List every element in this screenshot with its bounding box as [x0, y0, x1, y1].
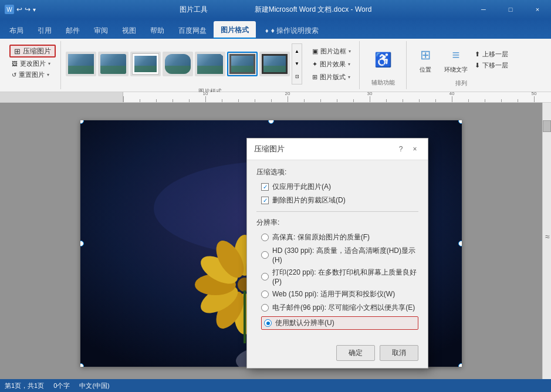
page-count: 第1页，共1页 — [5, 381, 44, 390]
radio-print-row: 打印(220 ppi): 在多数打印机和屏幕上质量良好(P) — [261, 268, 418, 286]
ribbon-section-auxiliary: ♿ 辅助功能 — [360, 41, 407, 89]
change-icon: 🖼 — [12, 60, 18, 67]
handle-middleright[interactable] — [458, 241, 462, 246]
delete-crop-row: 删除图片的剪裁区域(D) — [256, 195, 418, 205]
dialog-title-bar: 压缩图片 ? × — [247, 138, 428, 160]
scrollbar-thumb[interactable] — [543, 120, 551, 132]
tab-search[interactable]: ♦ ♦ 操作说明搜索 — [258, 22, 326, 39]
arrow-up-icon: ▲ — [295, 49, 299, 54]
tab-mail[interactable]: 邮件 — [59, 22, 87, 39]
handle-bottomright[interactable] — [458, 363, 462, 367]
word-icon: W — [5, 5, 14, 14]
tab-help[interactable]: 帮助 — [143, 22, 171, 39]
arrange-label: 排列 — [411, 77, 511, 87]
tab-reference[interactable]: 引用 — [31, 22, 59, 39]
tab-picture-format[interactable]: 图片格式 — [214, 21, 256, 39]
minimize-btn[interactable]: ─ — [470, 0, 497, 19]
dialog-footer: 确定 取消 — [247, 340, 428, 368]
resolution-radio-group: 高保真: 保留原始图片的质量(F) HD (330 ppi): 高质量，适合高清… — [256, 232, 418, 330]
window-title: 图片工具 新建Microsoft Word 文档.docx - Word — [180, 5, 372, 15]
tab-view[interactable]: 视图 — [115, 22, 143, 39]
picture-layout-btn[interactable]: ⊞ 图片版式 ▾ — [309, 72, 354, 83]
app-name: Word — [355, 5, 371, 13]
radio-hifi-label: 高保真: 保留原始图片的质量(F) — [272, 232, 370, 242]
style-thumb-4[interactable] — [163, 52, 193, 76]
dialog-close-btn[interactable]: × — [409, 143, 421, 155]
picture-border-btn[interactable]: ▣ 图片边框 ▾ — [309, 46, 354, 57]
undo-btn[interactable]: ↩ — [16, 5, 22, 13]
reset-icon: ↺ — [12, 72, 16, 78]
status-bar: 第1页，共1页 0个字 中文(中国) — [0, 379, 551, 392]
aux-icon: ♿ — [374, 52, 392, 68]
resolution-label: 分辨率: — [256, 218, 418, 228]
radio-default-label: 使用默认分辨率(U) — [275, 318, 334, 328]
border-icon: ▣ — [312, 48, 318, 55]
maximize-btn[interactable]: □ — [497, 0, 524, 19]
ribbon-tab-bar: 布局 引用 邮件 审阅 视图 帮助 百度网盘 图片格式 ♦ ♦ 操作说明搜索 — [0, 19, 551, 39]
style-thumb-1[interactable] — [66, 52, 96, 76]
radio-default[interactable] — [264, 319, 272, 327]
more-icon: ⊡ — [295, 74, 299, 79]
aux-buttons: ▣ 图片边框 ▾ ✦ 图片效果 ▾ ⊞ 图片版式 ▾ — [309, 46, 354, 83]
radio-email-label: 电子邮件(96 ppi): 尽可能缩小文档以便共享(E) — [272, 303, 415, 313]
radio-hd-label: HD (330 ppi): 高质量，适合高清晰度(HD)显示(H) — [272, 246, 418, 264]
chevron-icon2: ▾ — [47, 72, 49, 77]
style-thumb-2[interactable] — [98, 52, 129, 76]
reset-picture-btn[interactable]: ↺ 重置图片 ▾ — [9, 70, 52, 80]
title-bar: W ↩ ↪ ▾ 图片工具 新建Microsoft Word 文档.docx - … — [0, 0, 551, 19]
wrap-text-btn[interactable]: ≡ 环绕文字 — [442, 43, 470, 76]
position-icon: ⊞ — [416, 46, 435, 65]
tab-review[interactable]: 审阅 — [87, 22, 115, 39]
compression-options-label: 压缩选项: — [256, 167, 418, 177]
dialog-help-btn[interactable]: ? — [395, 143, 407, 155]
send-backward-btn[interactable]: ⬇ 下移一层 — [472, 60, 511, 70]
arrow-down-icon: ▼ — [295, 61, 299, 66]
quick-access-toolbar: W ↩ ↪ ▾ — [0, 5, 36, 14]
delete-crop-checkbox[interactable] — [261, 197, 269, 204]
dialog-title: 压缩图片 — [254, 144, 285, 154]
radio-print[interactable] — [261, 273, 269, 281]
vertical-scrollbar[interactable]: ≈ — [542, 103, 551, 380]
radio-hifi[interactable] — [261, 234, 269, 241]
window-controls: ─ □ × — [470, 0, 551, 19]
bring-forward-btn[interactable]: ⬆ 上移一层 — [472, 49, 511, 59]
redo-btn[interactable]: ↪ — [25, 5, 31, 13]
picture-effect-btn[interactable]: ✦ 图片效果 ▾ — [309, 59, 354, 70]
scroll-indicator-icon: ≈ — [545, 232, 550, 241]
position-btn[interactable]: ⊞ 位置 — [411, 43, 440, 76]
delete-crop-label: 删除图片的剪裁区域(D) — [272, 195, 346, 205]
context-tab-label: 图片工具 — [180, 5, 208, 13]
tab-baidupan[interactable]: 百度网盘 — [171, 22, 214, 39]
ruler: 1020304050 — [0, 92, 551, 103]
apply-to-image-label: 仅应用于此图片(A) — [272, 182, 331, 192]
file-name: 新建Microsoft Word 文档.docx — [255, 5, 349, 13]
customize-btn[interactable]: ▾ — [33, 6, 36, 13]
language: 中文(中国) — [79, 381, 109, 390]
radio-email[interactable] — [261, 304, 269, 312]
dialog-cancel-btn[interactable]: 取消 — [380, 345, 418, 361]
chevron-icon: ▾ — [48, 61, 50, 66]
search-icon: ♦ — [265, 27, 269, 34]
ribbon-content: ⊞ 压缩图片 🖼 更改图片 ▾ ↺ 重置图片 ▾ — [0, 39, 551, 92]
layout-icon: ⊞ — [312, 73, 317, 81]
compress-icon: ⊞ — [14, 47, 21, 56]
apply-to-image-checkbox[interactable] — [261, 183, 269, 191]
dialog-controls: ? × — [395, 143, 421, 155]
dialog-ok-btn[interactable]: 确定 — [336, 345, 375, 361]
style-thumb-3[interactable] — [130, 52, 161, 76]
radio-default-row: 使用默认分辨率(U) — [261, 316, 418, 330]
layer-btns: ⬆ 上移一层 ⬇ 下移一层 — [472, 49, 511, 70]
close-btn[interactable]: × — [524, 0, 551, 19]
style-thumb-6[interactable] — [227, 52, 258, 76]
compress-dialog: 压缩图片 ? × 压缩选项: 仅应用于此图片(A) 删除图片的剪裁区域(D) 分… — [246, 138, 428, 369]
tab-layout[interactable]: 布局 — [2, 22, 31, 39]
ruler-left-margin — [0, 92, 123, 102]
radio-web[interactable] — [261, 290, 269, 298]
radio-hd[interactable] — [261, 251, 269, 259]
style-gallery-expand[interactable]: ▲ ▼ ⊡ — [292, 43, 302, 85]
compress-pictures-btn[interactable]: ⊞ 压缩图片 — [9, 45, 56, 58]
style-thumb-7[interactable] — [259, 52, 290, 76]
up-layer-icon: ⬆ — [475, 50, 480, 58]
change-picture-btn[interactable]: 🖼 更改图片 ▾ — [9, 59, 53, 69]
style-thumb-5[interactable] — [195, 52, 225, 76]
